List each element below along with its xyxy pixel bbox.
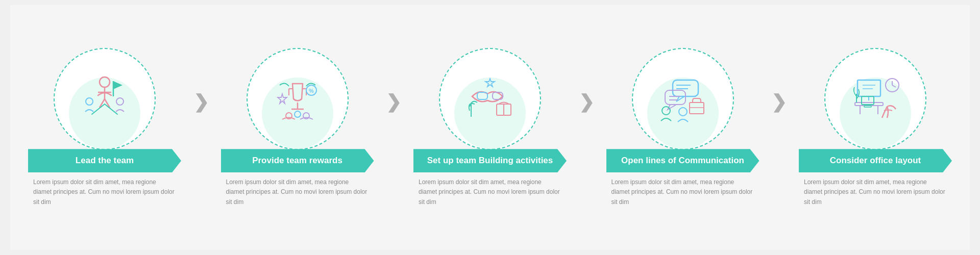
svg-rect-46 [864, 106, 871, 107]
svg-text:%: % [309, 88, 314, 94]
arrow-2: ❯ [386, 91, 401, 113]
step-5-circle [824, 48, 926, 150]
step-1-description: Lorem ipsum dolor sit dim amet, mea regi… [31, 177, 179, 207]
step-1-label: Lead the team [28, 149, 181, 172]
arrow-1: ❯ [193, 91, 209, 113]
office-layout-icon [847, 71, 903, 127]
step-1-circle [54, 48, 156, 150]
step-5-description: Lorem ipsum dolor sit dim amet, mea regi… [801, 177, 949, 207]
infographic-container: Lead the team Lorem ipsum dolor sit dim … [10, 5, 970, 250]
step-4-label: Open lines of Communication [606, 149, 760, 172]
arrow-3: ❯ [579, 91, 594, 113]
svg-point-19 [295, 111, 301, 117]
step-3: Set up team Building activities Lorem ip… [406, 48, 574, 207]
step-5-label: Consider office layout [799, 149, 952, 172]
svg-point-32 [679, 108, 687, 116]
step-4-description: Lorem ipsum dolor sit dim amet, mea regi… [609, 177, 757, 207]
step-2: % Provide team rewards Lorem ipsum dolor… [213, 48, 382, 207]
rewards-icon: % [270, 71, 326, 127]
activities-icon [462, 71, 518, 127]
svg-line-49 [892, 85, 896, 87]
arrow-4: ❯ [771, 91, 787, 113]
step-4: Open lines of Communication Lorem ipsum … [599, 48, 767, 207]
svg-point-5 [86, 98, 93, 105]
step-5: Consider office layout Lorem ipsum dolor… [791, 48, 960, 207]
svg-marker-15 [278, 94, 287, 104]
communication-icon [655, 71, 711, 127]
svg-point-6 [116, 98, 124, 105]
step-2-circle: % [247, 48, 349, 150]
step-2-label: Provide team rewards [221, 149, 374, 172]
step-2-description: Lorem ipsum dolor sit dim amet, mea regi… [224, 177, 372, 207]
svg-point-31 [662, 107, 670, 115]
step-3-description: Lorem ipsum dolor sit dim amet, mea regi… [416, 177, 564, 207]
step-1: Lead the team Lorem ipsum dolor sit dim … [20, 48, 189, 207]
svg-marker-26 [485, 79, 495, 87]
svg-rect-37 [857, 80, 880, 96]
step-3-label: Set up team Building activities [413, 149, 567, 172]
svg-rect-29 [690, 103, 704, 114]
step-3-circle [439, 48, 541, 150]
step-4-circle [632, 48, 734, 150]
team-lead-icon [77, 71, 133, 127]
svg-marker-8 [113, 81, 122, 89]
svg-rect-44 [862, 96, 874, 105]
svg-point-0 [100, 77, 110, 87]
